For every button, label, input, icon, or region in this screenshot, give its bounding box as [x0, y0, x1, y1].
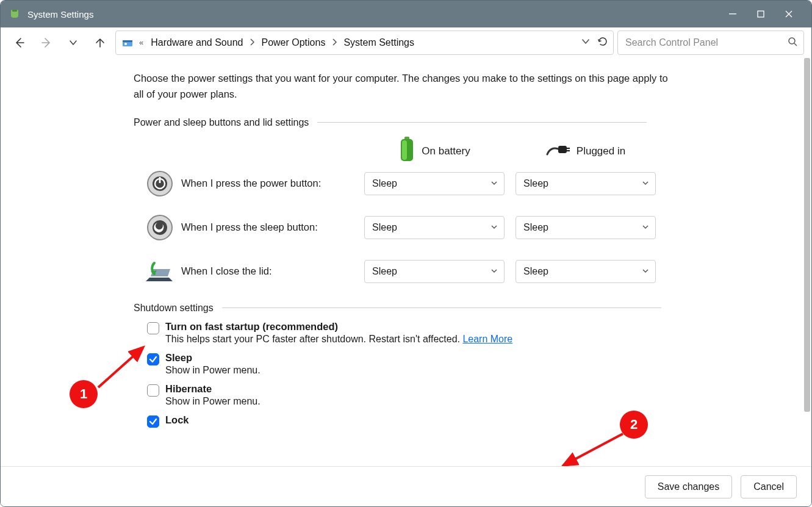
- svg-rect-1: [729, 13, 736, 14]
- column-plugged-in: Plugged in: [516, 133, 656, 170]
- back-button[interactable]: [8, 32, 31, 54]
- checkbox-description: Show in Power menu.: [165, 396, 260, 407]
- svg-rect-2: [758, 11, 764, 17]
- cancel-button[interactable]: Cancel: [741, 475, 797, 498]
- breadcrumb-item[interactable]: Hardware and Sound: [148, 35, 245, 51]
- sleep-button-icon: [146, 214, 174, 242]
- search-input[interactable]: [624, 37, 788, 49]
- close-lid-battery-select[interactable]: Sleep: [364, 260, 505, 283]
- recent-locations-button[interactable]: [62, 32, 85, 54]
- sleep-button-plugged-select[interactable]: Sleep: [516, 216, 656, 239]
- plug-icon: [546, 142, 570, 160]
- svg-rect-0: [12, 10, 17, 12]
- svg-point-6: [789, 38, 795, 44]
- vertical-scrollbar[interactable]: [802, 58, 811, 466]
- search-box[interactable]: [617, 31, 804, 55]
- app-icon: [8, 7, 21, 21]
- nav-toolbar: « Hardware and Sound Power Options Syste…: [1, 27, 811, 58]
- checkbox-hibernate[interactable]: [147, 384, 159, 397]
- power-button-icon: [146, 170, 174, 198]
- row-close-lid: When I close the lid:: [134, 257, 353, 286]
- checkbox-description: This helps start your PC faster after sh…: [165, 334, 512, 345]
- chevron-down-icon: [490, 266, 498, 277]
- select-value: Sleep: [523, 178, 548, 189]
- window-frame: System Settings: [0, 0, 812, 507]
- footer-bar: Save changes Cancel: [1, 466, 811, 506]
- svg-rect-10: [558, 146, 567, 153]
- minimize-button[interactable]: [719, 1, 747, 27]
- row-label: When I press the power button:: [181, 178, 321, 189]
- row-sleep-button: When I press the sleep button:: [134, 214, 353, 242]
- column-label: On battery: [422, 145, 470, 157]
- row-label: When I close the lid:: [181, 265, 272, 277]
- breadcrumb-item[interactable]: Power Options: [259, 35, 328, 51]
- address-dropdown-button[interactable]: [581, 37, 590, 48]
- column-label: Plugged in: [577, 145, 625, 157]
- refresh-button[interactable]: [597, 36, 608, 49]
- select-value: Sleep: [372, 266, 397, 277]
- select-value: Sleep: [523, 222, 548, 233]
- chevron-down-icon: [490, 222, 498, 233]
- checkbox-label: Sleep: [165, 352, 260, 364]
- checkbox-label: Lock: [165, 414, 189, 426]
- checkbox-label: Turn on fast startup (recommended): [165, 321, 512, 333]
- select-value: Sleep: [523, 266, 548, 277]
- checkbox-fast-startup[interactable]: [147, 322, 159, 334]
- section-title: Shutdown settings: [134, 303, 214, 314]
- control-panel-icon: [121, 36, 134, 49]
- column-on-battery: On battery: [364, 133, 505, 170]
- checkbox-sleep-row: Sleep Show in Power menu.: [134, 352, 683, 376]
- svg-rect-16: [159, 177, 161, 183]
- svg-rect-9: [402, 140, 407, 160]
- svg-rect-4: [123, 40, 132, 42]
- close-button[interactable]: [775, 1, 803, 27]
- chevron-down-icon: [642, 178, 649, 189]
- intro-text: Choose the power settings that you want …: [134, 70, 670, 102]
- chevron-right-icon: [249, 37, 255, 48]
- svg-point-5: [124, 43, 127, 45]
- checkbox-fast-startup-row: Turn on fast startup (recommended) This …: [134, 321, 683, 345]
- section-shutdown-header: Shutdown settings: [134, 303, 802, 314]
- address-bar[interactable]: « Hardware and Sound Power Options Syste…: [115, 31, 614, 55]
- row-power-button: When I press the power button:: [134, 170, 353, 198]
- checkbox-label: Hibernate: [165, 383, 260, 395]
- laptop-lid-icon: [146, 257, 174, 286]
- titlebar: System Settings: [1, 1, 811, 27]
- row-label: When I press the sleep button:: [181, 221, 318, 233]
- maximize-button[interactable]: [747, 1, 775, 27]
- close-lid-plugged-select[interactable]: Sleep: [516, 260, 656, 283]
- svg-rect-12: [567, 150, 570, 151]
- battery-icon: [398, 137, 415, 165]
- select-value: Sleep: [372, 222, 397, 233]
- history-split-icon[interactable]: «: [138, 38, 145, 47]
- checkbox-lock[interactable]: [147, 415, 159, 428]
- power-button-plugged-select[interactable]: Sleep: [516, 172, 656, 195]
- save-changes-button[interactable]: Save changes: [645, 475, 732, 498]
- checkbox-hibernate-row: Hibernate Show in Power menu.: [134, 383, 683, 407]
- chevron-right-icon: [331, 37, 337, 48]
- sleep-button-battery-select[interactable]: Sleep: [364, 216, 505, 239]
- search-icon[interactable]: [788, 37, 797, 48]
- chevron-down-icon: [490, 178, 498, 189]
- checkbox-description: Show in Power menu.: [165, 365, 260, 376]
- window-title: System Settings: [27, 9, 93, 20]
- chevron-down-icon: [642, 266, 649, 277]
- chevron-down-icon: [642, 222, 649, 233]
- learn-more-link[interactable]: Learn More: [462, 334, 512, 344]
- section-power-buttons-header: Power and sleep buttons and lid settings: [134, 117, 802, 128]
- content-area: Choose the power settings that you want …: [1, 58, 811, 466]
- select-value: Sleep: [372, 178, 397, 189]
- scrollbar-thumb[interactable]: [804, 58, 810, 412]
- checkbox-lock-row: Lock: [134, 414, 683, 428]
- section-title: Power and sleep buttons and lid settings: [134, 117, 309, 128]
- breadcrumb-item[interactable]: System Settings: [341, 35, 417, 51]
- svg-rect-11: [567, 148, 570, 149]
- forward-button[interactable]: [35, 32, 58, 54]
- up-button[interactable]: [88, 32, 112, 54]
- checkbox-sleep[interactable]: [147, 353, 159, 365]
- power-button-battery-select[interactable]: Sleep: [364, 172, 505, 195]
